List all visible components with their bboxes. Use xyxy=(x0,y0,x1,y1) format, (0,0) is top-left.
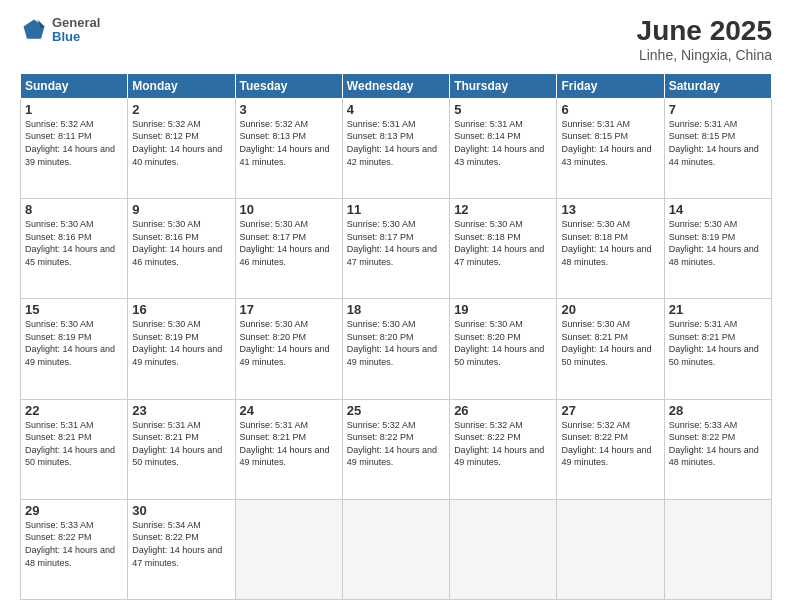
calendar-cell: 23Sunrise: 5:31 AMSunset: 8:21 PMDayligh… xyxy=(128,399,235,499)
title-block: June 2025 Linhe, Ningxia, China xyxy=(637,16,772,63)
day-info: Sunrise: 5:30 AMSunset: 8:18 PMDaylight:… xyxy=(454,218,552,268)
day-number: 20 xyxy=(561,302,659,317)
header: General Blue June 2025 Linhe, Ningxia, C… xyxy=(20,16,772,63)
calendar-cell: 17Sunrise: 5:30 AMSunset: 8:20 PMDayligh… xyxy=(235,299,342,399)
day-info: Sunrise: 5:31 AMSunset: 8:21 PMDaylight:… xyxy=(669,318,767,368)
day-number: 30 xyxy=(132,503,230,518)
col-header-friday: Friday xyxy=(557,73,664,98)
day-info: Sunrise: 5:34 AMSunset: 8:22 PMDaylight:… xyxy=(132,519,230,569)
day-info: Sunrise: 5:30 AMSunset: 8:17 PMDaylight:… xyxy=(240,218,338,268)
calendar-week-4: 22Sunrise: 5:31 AMSunset: 8:21 PMDayligh… xyxy=(21,399,772,499)
calendar-cell: 10Sunrise: 5:30 AMSunset: 8:17 PMDayligh… xyxy=(235,199,342,299)
day-info: Sunrise: 5:31 AMSunset: 8:15 PMDaylight:… xyxy=(669,118,767,168)
day-number: 6 xyxy=(561,102,659,117)
day-info: Sunrise: 5:32 AMSunset: 8:22 PMDaylight:… xyxy=(347,419,445,469)
calendar-cell xyxy=(450,499,557,599)
logo-line1: General xyxy=(52,16,100,30)
calendar-cell: 27Sunrise: 5:32 AMSunset: 8:22 PMDayligh… xyxy=(557,399,664,499)
day-number: 10 xyxy=(240,202,338,217)
calendar-cell: 30Sunrise: 5:34 AMSunset: 8:22 PMDayligh… xyxy=(128,499,235,599)
calendar-cell: 24Sunrise: 5:31 AMSunset: 8:21 PMDayligh… xyxy=(235,399,342,499)
calendar-week-1: 1Sunrise: 5:32 AMSunset: 8:11 PMDaylight… xyxy=(21,98,772,198)
calendar-cell: 4Sunrise: 5:31 AMSunset: 8:13 PMDaylight… xyxy=(342,98,449,198)
calendar-cell: 12Sunrise: 5:30 AMSunset: 8:18 PMDayligh… xyxy=(450,199,557,299)
day-info: Sunrise: 5:32 AMSunset: 8:22 PMDaylight:… xyxy=(561,419,659,469)
calendar-table: SundayMondayTuesdayWednesdayThursdayFrid… xyxy=(20,73,772,600)
day-info: Sunrise: 5:30 AMSunset: 8:19 PMDaylight:… xyxy=(132,318,230,368)
day-number: 7 xyxy=(669,102,767,117)
day-number: 18 xyxy=(347,302,445,317)
day-number: 14 xyxy=(669,202,767,217)
day-number: 11 xyxy=(347,202,445,217)
day-number: 5 xyxy=(454,102,552,117)
calendar-cell xyxy=(664,499,771,599)
logo-line2: Blue xyxy=(52,30,100,44)
calendar-cell: 9Sunrise: 5:30 AMSunset: 8:16 PMDaylight… xyxy=(128,199,235,299)
calendar-cell: 25Sunrise: 5:32 AMSunset: 8:22 PMDayligh… xyxy=(342,399,449,499)
calendar-cell: 2Sunrise: 5:32 AMSunset: 8:12 PMDaylight… xyxy=(128,98,235,198)
day-info: Sunrise: 5:32 AMSunset: 8:12 PMDaylight:… xyxy=(132,118,230,168)
col-header-tuesday: Tuesday xyxy=(235,73,342,98)
calendar-cell: 8Sunrise: 5:30 AMSunset: 8:16 PMDaylight… xyxy=(21,199,128,299)
calendar-cell: 29Sunrise: 5:33 AMSunset: 8:22 PMDayligh… xyxy=(21,499,128,599)
day-number: 27 xyxy=(561,403,659,418)
day-number: 29 xyxy=(25,503,123,518)
day-number: 3 xyxy=(240,102,338,117)
day-info: Sunrise: 5:30 AMSunset: 8:16 PMDaylight:… xyxy=(132,218,230,268)
day-info: Sunrise: 5:30 AMSunset: 8:20 PMDaylight:… xyxy=(454,318,552,368)
calendar-cell: 16Sunrise: 5:30 AMSunset: 8:19 PMDayligh… xyxy=(128,299,235,399)
day-info: Sunrise: 5:33 AMSunset: 8:22 PMDaylight:… xyxy=(25,519,123,569)
day-info: Sunrise: 5:30 AMSunset: 8:16 PMDaylight:… xyxy=(25,218,123,268)
calendar-week-3: 15Sunrise: 5:30 AMSunset: 8:19 PMDayligh… xyxy=(21,299,772,399)
calendar-cell: 18Sunrise: 5:30 AMSunset: 8:20 PMDayligh… xyxy=(342,299,449,399)
calendar-cell: 15Sunrise: 5:30 AMSunset: 8:19 PMDayligh… xyxy=(21,299,128,399)
col-header-thursday: Thursday xyxy=(450,73,557,98)
calendar-cell: 1Sunrise: 5:32 AMSunset: 8:11 PMDaylight… xyxy=(21,98,128,198)
calendar-cell: 20Sunrise: 5:30 AMSunset: 8:21 PMDayligh… xyxy=(557,299,664,399)
day-number: 8 xyxy=(25,202,123,217)
day-number: 22 xyxy=(25,403,123,418)
day-info: Sunrise: 5:30 AMSunset: 8:17 PMDaylight:… xyxy=(347,218,445,268)
day-number: 4 xyxy=(347,102,445,117)
calendar-cell: 14Sunrise: 5:30 AMSunset: 8:19 PMDayligh… xyxy=(664,199,771,299)
day-info: Sunrise: 5:30 AMSunset: 8:19 PMDaylight:… xyxy=(25,318,123,368)
day-info: Sunrise: 5:31 AMSunset: 8:13 PMDaylight:… xyxy=(347,118,445,168)
day-number: 26 xyxy=(454,403,552,418)
page: General Blue June 2025 Linhe, Ningxia, C… xyxy=(0,0,792,612)
day-info: Sunrise: 5:31 AMSunset: 8:14 PMDaylight:… xyxy=(454,118,552,168)
calendar-cell xyxy=(235,499,342,599)
day-info: Sunrise: 5:30 AMSunset: 8:21 PMDaylight:… xyxy=(561,318,659,368)
day-number: 17 xyxy=(240,302,338,317)
calendar-cell: 6Sunrise: 5:31 AMSunset: 8:15 PMDaylight… xyxy=(557,98,664,198)
day-number: 19 xyxy=(454,302,552,317)
day-number: 21 xyxy=(669,302,767,317)
day-number: 13 xyxy=(561,202,659,217)
day-info: Sunrise: 5:31 AMSunset: 8:21 PMDaylight:… xyxy=(132,419,230,469)
logo: General Blue xyxy=(20,16,100,45)
calendar-cell xyxy=(557,499,664,599)
calendar-week-2: 8Sunrise: 5:30 AMSunset: 8:16 PMDaylight… xyxy=(21,199,772,299)
day-number: 16 xyxy=(132,302,230,317)
calendar-cell: 28Sunrise: 5:33 AMSunset: 8:22 PMDayligh… xyxy=(664,399,771,499)
logo-text: General Blue xyxy=(52,16,100,45)
day-info: Sunrise: 5:30 AMSunset: 8:18 PMDaylight:… xyxy=(561,218,659,268)
day-info: Sunrise: 5:33 AMSunset: 8:22 PMDaylight:… xyxy=(669,419,767,469)
day-info: Sunrise: 5:32 AMSunset: 8:13 PMDaylight:… xyxy=(240,118,338,168)
col-header-sunday: Sunday xyxy=(21,73,128,98)
calendar-cell: 7Sunrise: 5:31 AMSunset: 8:15 PMDaylight… xyxy=(664,98,771,198)
calendar-cell: 11Sunrise: 5:30 AMSunset: 8:17 PMDayligh… xyxy=(342,199,449,299)
day-number: 24 xyxy=(240,403,338,418)
col-header-monday: Monday xyxy=(128,73,235,98)
calendar-subtitle: Linhe, Ningxia, China xyxy=(637,47,772,63)
svg-marker-0 xyxy=(24,20,45,39)
day-number: 9 xyxy=(132,202,230,217)
day-number: 23 xyxy=(132,403,230,418)
col-header-wednesday: Wednesday xyxy=(342,73,449,98)
day-number: 25 xyxy=(347,403,445,418)
day-info: Sunrise: 5:31 AMSunset: 8:21 PMDaylight:… xyxy=(240,419,338,469)
day-info: Sunrise: 5:30 AMSunset: 8:19 PMDaylight:… xyxy=(669,218,767,268)
calendar-cell: 22Sunrise: 5:31 AMSunset: 8:21 PMDayligh… xyxy=(21,399,128,499)
calendar-cell: 3Sunrise: 5:32 AMSunset: 8:13 PMDaylight… xyxy=(235,98,342,198)
day-info: Sunrise: 5:32 AMSunset: 8:11 PMDaylight:… xyxy=(25,118,123,168)
day-info: Sunrise: 5:31 AMSunset: 8:21 PMDaylight:… xyxy=(25,419,123,469)
